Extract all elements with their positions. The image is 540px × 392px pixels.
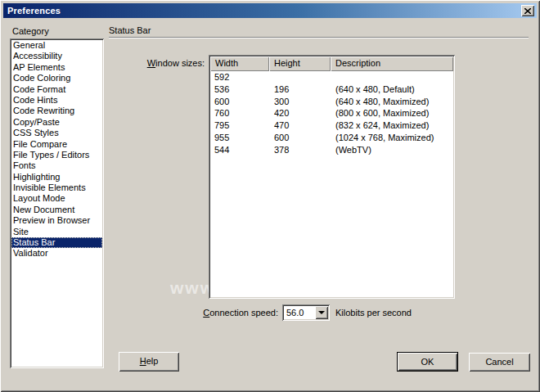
table-cell: 600: [210, 96, 269, 108]
category-item-code-format[interactable]: Code Format: [11, 84, 102, 95]
table-row[interactable]: 955600(1024 x 768, Maximized): [210, 132, 453, 144]
table-row[interactable]: 760420(800 x 600, Maximized): [210, 107, 453, 119]
table-row[interactable]: 600300(640 x 480, Maximized): [210, 96, 453, 108]
table-row[interactable]: 536196(640 x 480, Default): [210, 83, 453, 96]
close-icon: [524, 8, 531, 14]
category-item-ap-elements[interactable]: AP Elements: [11, 62, 102, 73]
connection-speed-label: Connection speed:: [147, 308, 278, 318]
category-item-layout-mode[interactable]: Layout Mode: [11, 193, 102, 204]
table-cell: (800 x 600, Maximized): [331, 107, 453, 119]
table-cell: 592: [210, 71, 269, 83]
category-item-code-rewriting[interactable]: Code Rewriting: [11, 106, 102, 116]
table-cell: (1024 x 768, Maximized): [331, 132, 453, 144]
table-row[interactable]: 592: [210, 71, 453, 83]
connection-speed-unit: Kilobits per second: [335, 308, 412, 318]
table-cell: 300: [269, 96, 331, 108]
table-cell: 760: [210, 107, 269, 119]
table-cell: 420: [269, 107, 331, 119]
category-item-status-bar[interactable]: Status Bar: [11, 237, 102, 248]
category-item-accessibility[interactable]: Accessibility: [11, 51, 102, 61]
table-cell: 600: [269, 132, 331, 144]
ok-button[interactable]: OK: [397, 352, 458, 372]
category-item-file-compare[interactable]: File Compare: [11, 139, 102, 150]
table-cell: 795: [210, 119, 269, 132]
category-label: Category: [12, 26, 49, 36]
window-sizes-label: Window sizes:: [115, 58, 205, 68]
category-item-fonts[interactable]: Fonts: [11, 160, 102, 171]
category-item-preview-in-browser[interactable]: Preview in Browser: [11, 215, 102, 226]
help-button[interactable]: Help: [119, 352, 179, 372]
category-item-code-hints[interactable]: Code Hints: [11, 95, 102, 106]
category-item-general[interactable]: General: [11, 40, 102, 51]
table-cell: 536: [210, 83, 269, 96]
column-header-width[interactable]: Width: [210, 56, 269, 71]
table-cell: 955: [210, 132, 269, 144]
column-header-height[interactable]: Height: [269, 56, 331, 71]
table-cell: (WebTV): [331, 144, 453, 156]
category-item-invisible-elements[interactable]: Invisible Elements: [11, 182, 102, 193]
cancel-button[interactable]: Cancel: [469, 353, 530, 372]
separator-line: [109, 37, 529, 38]
table-cell: 378: [269, 144, 331, 156]
category-item-highlighting[interactable]: Highlighting: [11, 172, 102, 182]
table-cell: 196: [269, 83, 331, 96]
category-item-new-document[interactable]: New Document: [11, 205, 102, 215]
column-header-description[interactable]: Description: [331, 56, 453, 71]
category-item-code-coloring[interactable]: Code Coloring: [11, 73, 102, 83]
category-list[interactable]: GeneralAccessibilityAP ElementsCode Colo…: [10, 38, 104, 368]
table-cell: (832 x 624, Maximized): [331, 119, 453, 132]
table-row[interactable]: 544378(WebTV): [210, 144, 453, 156]
chevron-down-icon: [318, 311, 325, 314]
table-cell: [331, 71, 453, 83]
connection-speed-select[interactable]: 56.0: [282, 304, 330, 321]
table-cell: [269, 71, 331, 83]
table-cell: 544: [210, 144, 269, 156]
preferences-dialog: Preferences Category GeneralAccessibilit…: [0, 0, 540, 392]
page-title: Status Bar: [109, 25, 151, 35]
table-row[interactable]: 795470(832 x 624, Maximized): [210, 119, 453, 132]
table-cell: (640 x 480, Default): [331, 83, 453, 96]
table-cell: (640 x 480, Maximized): [331, 96, 453, 108]
table-cell: 470: [269, 119, 331, 132]
category-item-validator[interactable]: Validator: [11, 248, 102, 259]
category-item-css-styles[interactable]: CSS Styles: [11, 128, 102, 138]
dropdown-button[interactable]: [315, 306, 328, 319]
connection-speed-value: 56.0: [282, 308, 315, 318]
category-item-file-types-editors[interactable]: File Types / Editors: [11, 150, 102, 160]
window-sizes-table[interactable]: WidthHeightDescription 592536196(640 x 4…: [209, 55, 455, 299]
window-sizes-rows: 592536196(640 x 480, Default)600300(640 …: [210, 71, 453, 156]
category-item-site[interactable]: Site: [11, 227, 102, 237]
category-item-copy-paste[interactable]: Copy/Paste: [11, 117, 102, 128]
window-title: Preferences: [3, 6, 61, 16]
window-sizes-header: WidthHeightDescription: [210, 56, 453, 71]
close-button[interactable]: [521, 5, 534, 16]
title-bar[interactable]: Preferences: [3, 3, 537, 18]
